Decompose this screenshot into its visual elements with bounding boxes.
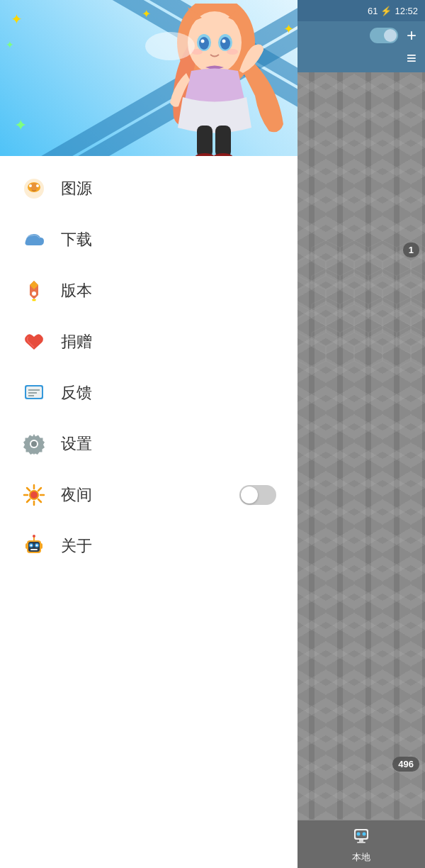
- local-icon: [351, 825, 371, 850]
- svg-line-35: [38, 488, 41, 491]
- svg-marker-57: [411, 255, 425, 283]
- drawer: ✦ ✦ ✦ ✦ ✦: [0, 0, 298, 868]
- menu-item-xiazai[interactable]: 下载: [0, 214, 298, 265]
- svg-marker-66: [411, 283, 425, 311]
- menu-item-shezhi[interactable]: 设置: [0, 418, 298, 469]
- shezhi-icon: [21, 431, 47, 457]
- yejian-label: 夜间: [61, 484, 239, 506]
- banben-icon: [21, 278, 47, 304]
- xiazai-label: 下载: [61, 229, 276, 250]
- svg-point-6: [201, 40, 205, 43]
- svg-rect-40: [40, 543, 42, 549]
- svg-rect-11: [215, 126, 231, 156]
- svg-point-48: [33, 535, 35, 538]
- bottom-bar[interactable]: 本地: [298, 820, 425, 868]
- svg-point-91: [363, 833, 366, 836]
- lightning-icon: ⚡: [380, 6, 392, 16]
- svg-point-90: [357, 833, 361, 836]
- menu-item-guanyu[interactable]: 关于: [0, 521, 298, 572]
- svg-line-36: [27, 499, 30, 502]
- svg-point-4: [199, 37, 209, 50]
- svg-point-1: [188, 11, 242, 74]
- fankui-label: 反馈: [61, 382, 276, 404]
- svg-marker-84: [411, 340, 425, 368]
- bottom-bar-label: 本地: [352, 851, 370, 864]
- svg-point-27: [31, 441, 37, 447]
- juanzeng-icon: [21, 329, 47, 355]
- svg-marker-75: [411, 311, 425, 340]
- yejian-icon: [21, 482, 47, 508]
- xiazai-icon: [21, 227, 47, 252]
- svg-line-33: [27, 488, 30, 491]
- sparkle-icon: ✦: [14, 116, 27, 135]
- svg-point-14: [145, 32, 195, 60]
- guanyu-label: 关于: [61, 535, 276, 557]
- menu-item-fankui[interactable]: 反馈: [0, 367, 298, 418]
- sparkle-icon: ✦: [11, 11, 23, 28]
- toolbar-row-2: ≡: [306, 50, 416, 67]
- wallpaper-grid[interactable]: 1 496: [298, 72, 425, 820]
- svg-point-7: [222, 40, 226, 43]
- menu-item-juanzeng[interactable]: 捐赠: [0, 316, 298, 367]
- svg-rect-39: [26, 543, 28, 549]
- svg-point-20: [32, 291, 36, 296]
- svg-point-9: [227, 49, 238, 55]
- guanyu-icon: [21, 533, 47, 559]
- shezhi-label: 设置: [61, 433, 276, 455]
- right-panel: 61 ⚡ 12:52 + ≡: [298, 0, 425, 868]
- badge-count-1: 1: [403, 243, 419, 257]
- status-bar: 61 ⚡ 12:52: [298, 0, 425, 21]
- svg-point-45: [36, 545, 38, 547]
- svg-line-34: [38, 499, 41, 502]
- svg-point-19: [36, 184, 39, 187]
- juanzeng-label: 捐赠: [61, 331, 276, 352]
- drawer-banner: ✦ ✦ ✦ ✦ ✦: [0, 0, 298, 156]
- svg-rect-46: [30, 549, 38, 550]
- svg-rect-88: [359, 840, 363, 842]
- menu-item-tuyuan[interactable]: 图源: [0, 163, 298, 214]
- sparkle-icon: ✦: [6, 39, 14, 50]
- menu-button[interactable]: ≡: [407, 50, 416, 67]
- banben-label: 版本: [61, 280, 276, 301]
- menu-item-banben[interactable]: 版本: [0, 265, 298, 316]
- fankui-icon: [21, 380, 47, 406]
- svg-rect-10: [197, 126, 212, 156]
- svg-point-44: [30, 545, 33, 547]
- add-button[interactable]: +: [407, 27, 416, 44]
- svg-point-18: [29, 184, 32, 187]
- yejian-toggle[interactable]: [239, 485, 276, 505]
- badge-count-496: 496: [392, 757, 419, 772]
- menu-item-yejian[interactable]: 夜间: [0, 469, 298, 521]
- svg-rect-89: [357, 842, 366, 843]
- toolbar-row-1: +: [306, 27, 416, 44]
- time: 12:52: [395, 6, 418, 16]
- battery-level: 61: [368, 6, 378, 16]
- mode-toggle[interactable]: [370, 28, 398, 43]
- tuyuan-icon: [21, 176, 47, 201]
- wallpaper-pattern-svg: [298, 72, 425, 820]
- tuyuan-label: 图源: [61, 178, 276, 199]
- anime-figure: [135, 4, 298, 156]
- drawer-menu: 图源 下载 版本: [0, 156, 298, 868]
- svg-point-37: [30, 491, 38, 499]
- svg-point-5: [220, 37, 230, 50]
- svg-point-85: [366, 309, 370, 313]
